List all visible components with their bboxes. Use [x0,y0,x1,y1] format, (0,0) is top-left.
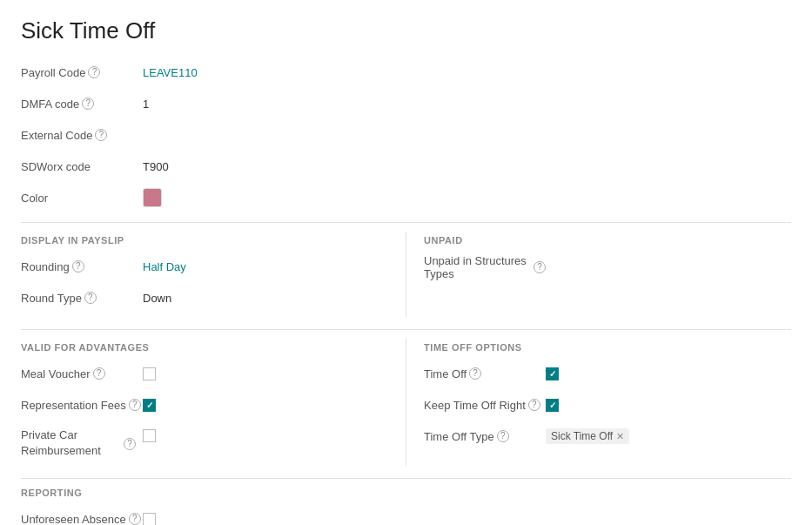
meal-voucher-row: Meal Voucher ? [21,361,388,386]
time-off-type-row: Time Off Type ? Sick Time Off ✕ [424,424,791,448]
unforeseen-absence-help-icon[interactable]: ? [129,513,141,525]
rounding-row: Rounding ? Half Day [21,254,388,279]
rounding-help-icon[interactable]: ? [72,260,84,273]
representation-fees-checkbox[interactable] [143,399,156,412]
rounding-value: Half Day [143,260,186,273]
sdworx-code-value: T900 [143,160,169,173]
time-off-label: Time Off ? [424,367,546,380]
private-car-help-icon[interactable]: ? [124,438,136,450]
time-off-options-header: TIME OFF OPTIONS [424,342,791,353]
time-off-type-help-icon[interactable]: ? [497,430,509,442]
keep-time-off-right-help-icon[interactable]: ? [528,399,540,411]
color-row: Color [21,185,791,210]
external-code-row: External Code ? [21,123,791,147]
round-type-value: Down [143,292,171,305]
private-car-label: Private Car Reimbursement ? [21,427,143,459]
color-swatch[interactable] [143,188,162,207]
unforeseen-absence-label: Unforeseen Absence ? [21,513,143,525]
payroll-code-row: Payroll Code ? LEAVE110 [21,60,791,84]
keep-time-off-right-label: Keep Time Off Right ? [424,399,546,412]
dmfa-code-help-icon[interactable]: ? [82,98,94,110]
keep-time-off-right-row: Keep Time Off Right ? [424,393,791,417]
unpaid-structures-label: Unpaid in Structures Types ? [424,254,546,280]
reporting-header: REPORTING [21,488,791,498]
display-in-payslip-header: DISPLAY IN PAYSLIP [21,235,388,246]
payroll-code-label: Payroll Code ? [21,66,143,79]
external-code-help-icon[interactable]: ? [95,129,107,141]
payroll-code-help-icon[interactable]: ? [88,66,100,78]
sdworx-code-row: SDWorx code T900 [21,154,791,178]
time-off-type-label: Time Off Type ? [424,430,546,443]
dmfa-code-row: DMFA code ? 1 [21,91,791,116]
round-type-label: Round Type ? [21,292,143,305]
unpaid-structures-help-icon[interactable]: ? [534,261,546,273]
dmfa-code-value: 1 [143,98,149,111]
rounding-label: Rounding ? [21,260,143,273]
valid-for-advantages-header: VALID FOR ADVANTAGES [21,342,388,353]
time-off-type-tag[interactable]: Sick Time Off ✕ [546,428,629,444]
meal-voucher-checkbox[interactable] [143,367,156,380]
private-car-row: Private Car Reimbursement ? [21,424,388,459]
representation-fees-row: Representation Fees ? [21,393,388,417]
time-off-type-tag-label: Sick Time Off [551,430,613,442]
unpaid-structures-row: Unpaid in Structures Types ? [424,254,791,280]
round-type-help-icon[interactable]: ? [84,292,97,304]
private-car-checkbox[interactable] [143,429,156,442]
page-title: Sick Time Off [21,17,791,44]
external-code-label: External Code ? [21,129,143,142]
meal-voucher-label: Meal Voucher ? [21,367,143,380]
time-off-help-icon[interactable]: ? [469,367,481,380]
representation-fees-label: Representation Fees ? [21,399,143,412]
unforeseen-absence-row: Unforeseen Absence ? [21,507,791,525]
keep-time-off-right-checkbox[interactable] [546,399,559,412]
unpaid-header: UNPAID [424,235,791,246]
meal-voucher-help-icon[interactable]: ? [93,367,105,380]
representation-fees-help-icon[interactable]: ? [129,399,141,411]
sdworx-code-label: SDWorx code [21,160,143,173]
unforeseen-absence-checkbox[interactable] [143,513,156,525]
payroll-code-value: LEAVE110 [143,66,198,79]
round-type-row: Round Type ? Down [21,286,388,310]
time-off-row: Time Off ? [424,361,791,386]
dmfa-code-label: DMFA code ? [21,98,143,111]
time-off-checkbox[interactable] [546,367,559,380]
time-off-type-tag-close[interactable]: ✕ [616,431,624,442]
color-label: Color [21,192,143,205]
